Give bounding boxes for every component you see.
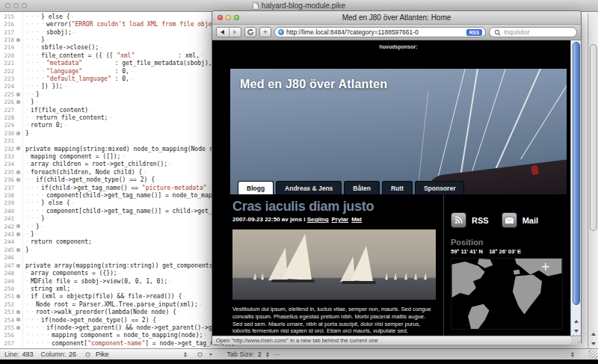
fold-marker-icon: [14, 129, 22, 137]
code-text: ···file_content = ({ ([ "xml" : xml,-: [22, 52, 204, 59]
line-number: 246: [0, 254, 14, 261]
code-text: ··Node root = Parser.XML.Tree.parse_inpu…: [22, 300, 203, 308]
post-title[interactable]: Cras iaculis diam justo: [232, 199, 440, 215]
status-text: Open "http://www.rixen.com/" in a new ta…: [216, 337, 378, 344]
gutter-spacer: [14, 161, 22, 168]
address-bar[interactable]: http://lime.local:8484/?category=1188597…: [274, 27, 486, 37]
fold-marker-icon: [14, 98, 22, 105]
nav-tab-blogg[interactable]: Blogg: [238, 181, 274, 194]
line-number: 239: [0, 200, 14, 206]
scroll-down-icon[interactable]: [591, 342, 596, 345]
browser-resize-grip[interactable]: [571, 335, 580, 344]
symbol-stepper-icon[interactable]: [209, 354, 212, 356]
gutter-spacer: [14, 277, 22, 285]
code-text: [22, 254, 25, 262]
history-nav-buttons: [216, 27, 241, 37]
rss-badge[interactable]: RSS: [466, 29, 482, 36]
rss-feed-button[interactable]: [451, 212, 466, 228]
line-number: 230: [0, 130, 14, 137]
gutter-spacer: [14, 20, 22, 28]
status-dash: —: [274, 351, 280, 358]
nav-tab-sponsorer[interactable]: Sponsorer: [415, 181, 465, 194]
code-text: ·····mapping component = node_to_mapping…: [22, 332, 207, 339]
line-number: 219: [0, 44, 14, 51]
code-text: ·array components = ({});-: [22, 269, 121, 277]
scroll-down-icon[interactable]: [574, 330, 579, 333]
back-button[interactable]: [217, 30, 229, 34]
line-number: 254: [0, 317, 14, 324]
column-label: Column:: [41, 351, 67, 358]
reload-button[interactable]: [244, 27, 256, 37]
gutter-spacer: [14, 59, 22, 67]
fold-marker-icon: [14, 316, 22, 324]
search-input[interactable]: Inquisitor: [489, 27, 577, 37]
url-text[interactable]: http://lime.local:8484/?category=1188597…: [286, 28, 464, 36]
line-number: 240: [0, 208, 14, 215]
line-number: 226: [0, 99, 14, 105]
nav-tab-rutt[interactable]: Rutt: [382, 181, 413, 194]
column-value: 26: [69, 351, 76, 358]
browser-scrollbar-thumb[interactable]: [573, 42, 580, 305]
mode-stepper-icon[interactable]: [184, 352, 187, 357]
landmass-europe: [515, 259, 562, 277]
line-number: 231: [0, 138, 14, 144]
category-link-segling[interactable]: Segling: [307, 216, 329, 223]
editor-resize-grip[interactable]: [588, 350, 597, 359]
fold-marker-icon: [14, 145, 22, 152]
editor-scrollbar-thumb[interactable]: [590, 44, 597, 231]
right-stepper-icon[interactable]: [571, 352, 574, 357]
gutter-spacer: [14, 152, 22, 160]
gutter-spacer: [14, 300, 22, 308]
scroll-up-icon[interactable]: [591, 333, 596, 336]
code-text: ···}-: [22, 215, 49, 223]
landmass-north-america: [452, 262, 485, 297]
rss-label[interactable]: RSS: [472, 216, 489, 225]
code-text: ·mapping component = ([]);-: [22, 152, 125, 160]
tab-size-value[interactable]: 2: [258, 351, 262, 358]
mail-button[interactable]: [502, 212, 517, 228]
line-number: 252: [0, 301, 14, 308]
rigging-line-decor: [419, 91, 429, 180]
symbol-popup-icon[interactable]: [197, 352, 203, 357]
sailboat-hull-decor: [271, 280, 315, 283]
code-text: ··return file_content;-: [22, 114, 112, 121]
scroll-up-icon[interactable]: [574, 320, 579, 323]
screen-bottom-strip: [0, 360, 598, 364]
tab-size-stepper-icon[interactable]: [266, 352, 269, 357]
line-number: 243: [0, 231, 14, 238]
new-tab-button[interactable]: +: [259, 27, 271, 37]
browser-titlebar[interactable]: Med en J80 över Atlanten: Home: [212, 11, 581, 25]
distant-sail-decor: [394, 273, 397, 280]
line-number: 242: [0, 223, 14, 230]
line-number: 251: [0, 293, 14, 300]
gutter-spacer: [14, 122, 22, 129]
post-photo: [232, 229, 436, 300]
editor-window-title: halyard-blog-module.pike: [262, 1, 345, 10]
category-link-prylar[interactable]: Prylar: [332, 216, 349, 223]
gutter-spacer: [14, 269, 22, 277]
mail-label[interactable]: Mail: [523, 216, 538, 225]
line-number: 256: [0, 332, 14, 339]
sailboat-hull-decor: [342, 281, 376, 284]
nav-tab-andreas-jens[interactable]: Andreas & Jens: [276, 181, 342, 194]
line-number: 221: [0, 60, 14, 67]
fold-marker-icon: [14, 230, 22, 238]
line-number: 237: [0, 185, 14, 191]
line-number: 216: [0, 21, 14, 28]
document-icon: [253, 2, 259, 10]
language-mode-select[interactable]: Pike: [96, 351, 109, 358]
browser-statusbar: Open "http://www.rixen.com/" in a new ta…: [212, 336, 581, 345]
code-text: ···if(child->get_tag_name() == "picture-…: [22, 184, 211, 191]
forward-button[interactable]: [229, 30, 241, 34]
gutter-spacer: [14, 13, 22, 20]
editor-scrollbar[interactable]: [588, 13, 598, 348]
gutter-spacer: [14, 106, 22, 114]
code-text: ····"language" : 0,-: [22, 67, 134, 75]
fold-marker-icon: [14, 90, 22, 98]
nav-tab-b-ten[interactable]: Båten: [344, 181, 380, 194]
category-link-mat[interactable]: Mat: [351, 216, 362, 223]
browser-scrollbar[interactable]: [570, 40, 581, 336]
code-text: ·array children = root->get_children();-: [22, 161, 172, 168]
line-number: 220: [0, 52, 14, 59]
line-number: 236: [0, 176, 14, 183]
